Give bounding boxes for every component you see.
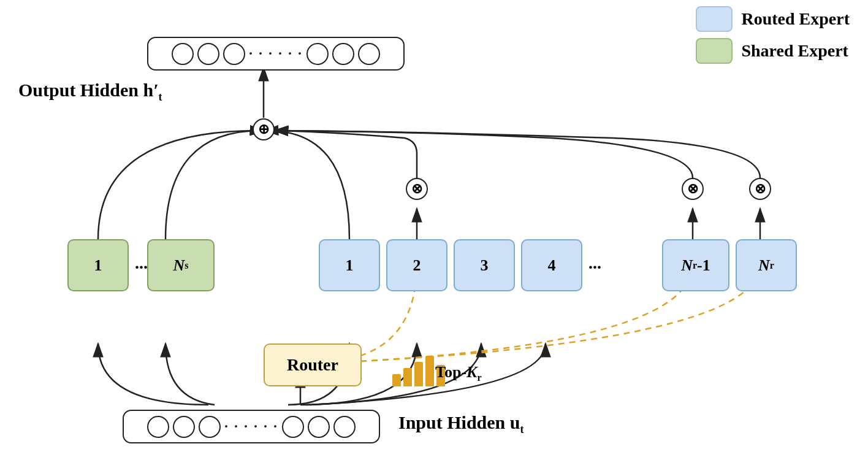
shared-dots: ··· — [135, 258, 148, 277]
plus-symbol: ⊕ — [253, 118, 275, 140]
neuron — [282, 416, 304, 438]
neuron — [333, 416, 356, 438]
dots: · · · · · · — [249, 45, 303, 62]
input-hidden-label: Input Hidden ut — [398, 412, 523, 436]
shared-expert-ns: Ns — [147, 239, 215, 291]
neuron — [173, 416, 195, 438]
output-hidden-label: Output Hidden h′t — [18, 80, 162, 104]
legend: Routed Expert Shared Expert — [696, 6, 850, 64]
neuron — [358, 43, 380, 65]
legend-shared-label: Shared Expert — [741, 41, 848, 61]
routed-expert-3: 3 — [454, 239, 515, 291]
routed-expert-nr1: Nr-1 — [662, 239, 729, 291]
arrows-overlay — [0, 0, 868, 460]
routed-expert-4: 4 — [521, 239, 582, 291]
times-symbol-1: ⊗ — [406, 178, 428, 200]
neuron — [147, 416, 169, 438]
legend-routed: Routed Expert — [696, 6, 850, 32]
times-symbol-2: ⊗ — [682, 178, 704, 200]
input-hidden-bar: · · · · · · — [123, 410, 380, 443]
topk-label: Top-Kr — [435, 363, 482, 383]
times-symbol-3: ⊗ — [749, 178, 771, 200]
legend-routed-box — [696, 6, 733, 32]
output-hidden-bar: · · · · · · — [147, 37, 405, 71]
neuron — [199, 416, 221, 438]
dots: · · · · · · — [224, 418, 278, 435]
neuron — [223, 43, 245, 65]
diagram-container: · · · · · · Output Hidden h′t ⊕ ⊗ ⊗ ⊗ 1 … — [0, 0, 868, 460]
router-box: Router — [264, 343, 362, 386]
routed-dots: ··· — [588, 258, 601, 277]
neuron — [172, 43, 194, 65]
routed-expert-1: 1 — [319, 239, 380, 291]
neuron — [306, 43, 329, 65]
neuron — [308, 416, 330, 438]
shared-expert-1: 1 — [67, 239, 129, 291]
neuron — [197, 43, 219, 65]
routed-expert-nr: Nr — [736, 239, 797, 291]
legend-shared-box — [696, 38, 733, 64]
neuron — [332, 43, 354, 65]
routed-expert-2: 2 — [386, 239, 447, 291]
legend-shared: Shared Expert — [696, 38, 850, 64]
legend-routed-label: Routed Expert — [741, 9, 850, 29]
